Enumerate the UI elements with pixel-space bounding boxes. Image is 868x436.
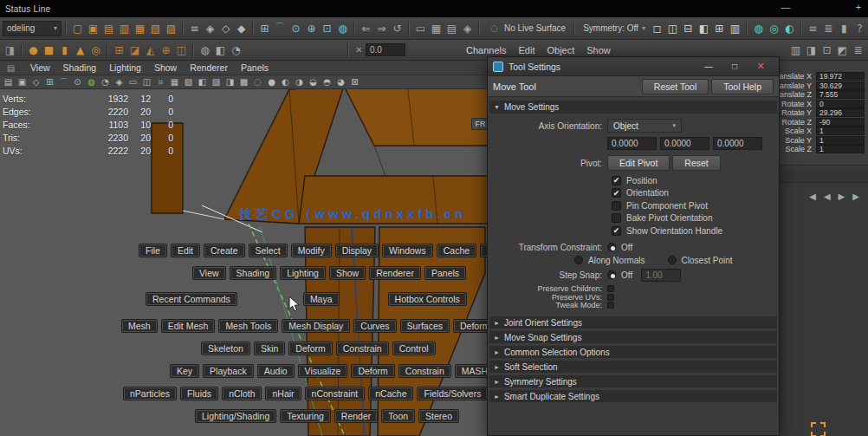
collapsed-section-header[interactable]: ► Common Selection Options (489, 346, 777, 358)
channel-box-menu-item[interactable]: Edit (518, 45, 534, 55)
channel-value-field[interactable]: 29.296 (816, 108, 865, 117)
image-plane-icon[interactable]: ▭ (126, 76, 139, 88)
radio-button[interactable] (574, 256, 583, 264)
axis-orientation-dropdown[interactable]: Object ▾ (607, 119, 682, 133)
texture-editor-icon[interactable]: ▦ (429, 21, 444, 36)
four-pane-icon[interactable]: ⊞ (712, 21, 727, 36)
hotbox-menu-button[interactable]: nParticles (123, 387, 177, 400)
close-field-icon[interactable]: ✕ (353, 44, 366, 56)
resolution-gate-icon[interactable]: ▧ (182, 76, 195, 88)
snap-to-view-plane-icon[interactable]: ⊡ (320, 21, 334, 36)
display-layers-icon[interactable]: ≡ (806, 21, 820, 36)
radio-button[interactable] (607, 243, 616, 251)
render-settings-icon[interactable]: ◐ (782, 21, 797, 36)
hotbox-menu-button[interactable]: Fields/Solvers (417, 387, 488, 400)
make-live-icon[interactable]: ◍ (85, 76, 98, 88)
hotbox-menu-button[interactable]: nConstraint (305, 387, 366, 400)
target-weld-icon[interactable]: ⊕ (159, 42, 173, 58)
hotbox-menu-button[interactable]: Stereo (418, 409, 459, 423)
safe-title-icon[interactable]: ▩ (237, 76, 250, 88)
bookmark-icon[interactable]: ◈ (113, 76, 126, 88)
menu-set-selector[interactable]: odeling ▾ (3, 21, 62, 36)
render-view-icon[interactable]: ▭ (413, 21, 428, 36)
bridge-icon[interactable]: ◫ (174, 42, 189, 58)
checkbox[interactable] (607, 302, 614, 309)
channel-box-menu-item[interactable]: Show (586, 45, 611, 55)
hotbox-menu-button[interactable]: Maya (303, 292, 340, 306)
checkbox[interactable] (607, 285, 614, 292)
hotbox-menu-button[interactable]: Control (392, 342, 436, 355)
snap-grid-icon[interactable]: ⊞ (43, 76, 56, 88)
channel-box-menu-item[interactable]: Object (547, 45, 574, 55)
shelf-tab-icon[interactable]: ◨ (3, 42, 17, 58)
hotbox-menu-button[interactable]: Create (204, 244, 245, 257)
three-pane-icon[interactable]: ◧ (696, 21, 711, 36)
hotbox-menu-button[interactable]: Deform (288, 342, 332, 355)
construction-history-icon[interactable]: ↺ (390, 21, 405, 36)
hotbox-menu-button[interactable]: Lighting (280, 266, 326, 280)
object-mode-icon[interactable]: ▣ (16, 76, 29, 88)
multi-cut-icon[interactable]: ◭ (143, 42, 158, 58)
textured-icon[interactable]: ◐ (279, 76, 292, 88)
hotbox-menu-button[interactable]: Cache (437, 244, 476, 257)
hotbox-menu-button[interactable]: Render (334, 409, 378, 423)
select-by-component-icon[interactable]: ◇ (218, 21, 233, 36)
symmetry-selector[interactable]: Symmetry: Off ▾ (579, 23, 650, 33)
smooth-icon[interactable]: ◍ (198, 42, 212, 58)
coordinate-input[interactable]: 0.0 (366, 43, 405, 56)
component-mode-icon[interactable]: ◇ (29, 76, 42, 88)
hotbox-menu-button[interactable]: Key (170, 364, 199, 378)
hotbox-menu-button[interactable]: Panels (424, 266, 466, 280)
hotbox-menu-button[interactable]: Deform (351, 364, 394, 378)
channel-value-field[interactable]: -90 (816, 118, 865, 127)
backface-culling-icon[interactable]: ◩ (835, 42, 850, 58)
channel-value-field[interactable]: 1 (816, 127, 865, 135)
field-chart-icon[interactable]: ▨ (210, 76, 223, 88)
render-current-frame-icon[interactable]: ◍ (751, 21, 766, 36)
checkbox[interactable] (612, 226, 621, 236)
copy-icon[interactable]: ▨ (164, 21, 178, 36)
collapsed-section-header[interactable]: ► Smart Duplicate Settings (489, 390, 777, 402)
channel-box-menu-item[interactable]: Channels (466, 45, 506, 55)
extrude-icon[interactable]: ⊞ (112, 42, 126, 58)
panel-menu-view[interactable]: View (30, 62, 50, 73)
mesh-polygon[interactable] (344, 82, 489, 146)
output-connections-icon[interactable]: ⇒ (374, 21, 389, 36)
poly-torus-icon[interactable]: ◎ (88, 42, 103, 58)
channel-value-field[interactable]: 19.972 (816, 72, 865, 81)
hotbox-menu-button[interactable]: Edit Mesh (161, 319, 216, 333)
hotbox-menu-button[interactable]: Recent Commands (146, 292, 237, 306)
make-live-icon[interactable]: ◍ (335, 21, 350, 36)
grid-toggle-icon[interactable]: ⌗ (154, 76, 167, 88)
snap-to-curve-icon[interactable]: ⌒ (273, 21, 288, 36)
collapsed-section-header[interactable]: ► Soft Selection (489, 361, 777, 373)
bevel-icon[interactable]: ◪ (127, 42, 142, 58)
checkbox[interactable] (607, 294, 614, 301)
save-scene-icon[interactable]: ▤ (101, 21, 116, 36)
mirror-icon[interactable]: ◧ (213, 42, 228, 58)
shadows-icon[interactable]: ◒ (307, 76, 320, 88)
plus-icon[interactable]: + (852, 2, 865, 12)
hotbox-menu-button[interactable]: Surfaces (400, 319, 450, 333)
wireframe-color-icon[interactable]: ▥ (788, 42, 803, 58)
snap-to-projected-center-icon[interactable]: ⊕ (304, 21, 319, 36)
hotbox-menu-button[interactable]: Skin (254, 342, 285, 355)
step-snap-value-field[interactable]: 1.00 (641, 269, 681, 282)
hotbox-menu-button[interactable]: Renderer (369, 266, 421, 280)
checkbox[interactable] (612, 213, 621, 223)
isolate-select-icon[interactable]: ◨ (804, 42, 819, 58)
selection-bounds-icon[interactable] (811, 422, 826, 436)
display-settings-icon[interactable]: ≣ (851, 42, 865, 58)
channel-value-field[interactable]: 30.629 (816, 81, 865, 90)
panel-menu-panels[interactable]: Panels (241, 62, 269, 73)
node-editor-icon[interactable]: ◈ (460, 21, 475, 36)
double-right-icon[interactable]: ▶ (852, 192, 859, 201)
gate-mask-icon[interactable]: ◧ (196, 76, 209, 88)
right-icon[interactable]: ▶ (839, 192, 845, 201)
separate-icon[interactable]: ◔ (229, 42, 243, 58)
left-icon[interactable]: ◀ (824, 192, 831, 201)
hotbox-menu-button[interactable]: nHair (265, 387, 301, 400)
hotbox-menu-button[interactable]: Mesh (121, 319, 158, 333)
hotbox-menu-button[interactable]: Modify (291, 244, 332, 257)
xray-icon[interactable]: ⊠ (348, 76, 361, 88)
